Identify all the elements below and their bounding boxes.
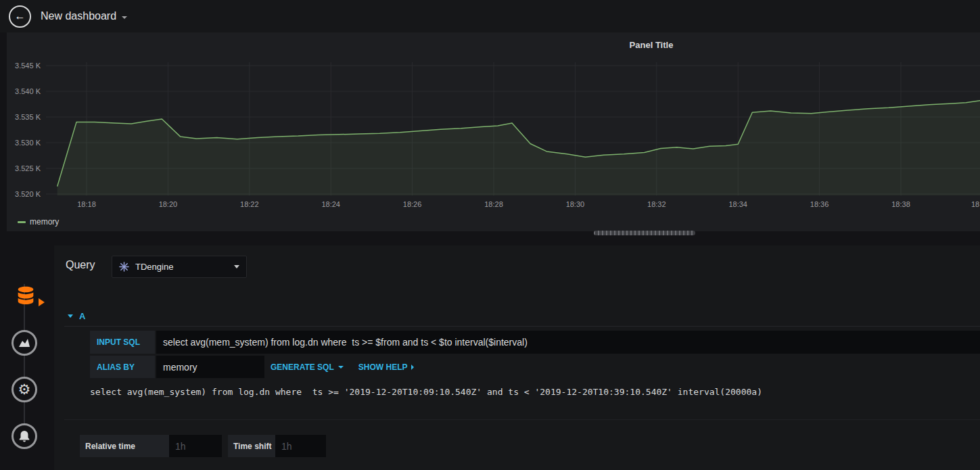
dashboard-title: New dashboard xyxy=(41,10,116,22)
tab-general-settings[interactable]: ⚙ xyxy=(11,377,37,402)
input-sql-field[interactable] xyxy=(156,331,980,354)
svg-text:18:34: 18:34 xyxy=(728,200,747,208)
chevron-down-icon xyxy=(68,314,73,318)
show-help-label: SHOW HELP xyxy=(358,362,408,372)
input-sql-label: INPUT SQL xyxy=(90,331,155,354)
svg-text:3.530 K: 3.530 K xyxy=(15,139,41,147)
dashboard-title-button[interactable]: New dashboard xyxy=(31,10,127,22)
datasource-name: TDengine xyxy=(135,262,173,272)
svg-text:18:38: 18:38 xyxy=(891,200,910,208)
chart-legend: memory xyxy=(18,217,59,227)
grafana-panel-edit-page: { "icons": { "back_arrow": "←", "gear": … xyxy=(0,0,980,470)
alias-by-row: ALIAS BY GENERATE SQL SHOW HELP xyxy=(90,356,414,378)
svg-text:18:32: 18:32 xyxy=(647,200,666,208)
top-bar: ← New dashboard xyxy=(0,0,980,32)
tab-queries[interactable] xyxy=(12,283,39,310)
generate-sql-button[interactable]: GENERATE SQL xyxy=(271,356,344,378)
svg-text:18: 18 xyxy=(971,200,979,208)
svg-text:18:30: 18:30 xyxy=(566,200,585,208)
svg-text:18:18: 18:18 xyxy=(77,200,96,208)
tdengine-logo-icon xyxy=(119,262,129,272)
chevron-right-icon xyxy=(411,365,414,370)
query-ref-collapse-row[interactable]: A xyxy=(64,306,980,327)
graph-panel: Panel Title 3.545 K3.540 K3.535 K3.530 K… xyxy=(7,32,980,231)
time-shift-label: Time shift xyxy=(228,435,275,457)
time-series-chart[interactable]: 3.545 K3.540 K3.535 K3.530 K3.525 K3.520… xyxy=(7,32,980,231)
query-editor-section: Query TDengine A INPUT SQL ALIAS BY GENE… xyxy=(54,245,980,470)
generated-sql-text: select avg(mem_system) from log.dn where… xyxy=(90,387,762,397)
datasource-picker[interactable]: TDengine xyxy=(112,256,247,278)
svg-text:3.540 K: 3.540 K xyxy=(15,87,41,95)
back-button[interactable]: ← xyxy=(9,5,31,28)
time-shift-field[interactable] xyxy=(275,435,326,457)
time-options-row: Relative time Time shift xyxy=(80,435,326,457)
area-chart-icon xyxy=(18,336,31,350)
horizontal-scrollbar-thumb[interactable] xyxy=(594,231,695,235)
gear-icon: ⚙ xyxy=(18,382,31,396)
svg-text:3.520 K: 3.520 K xyxy=(15,190,41,198)
tab-alert[interactable] xyxy=(11,423,37,449)
svg-text:18:26: 18:26 xyxy=(403,200,422,208)
relative-time-label: Relative time xyxy=(80,435,169,457)
chevron-down-icon xyxy=(338,366,344,369)
show-help-button[interactable]: SHOW HELP xyxy=(358,356,415,378)
arrow-left-icon: ← xyxy=(15,11,26,22)
chevron-down-icon xyxy=(234,265,239,268)
tab-visualization[interactable] xyxy=(11,330,37,356)
relative-time-field[interactable] xyxy=(169,435,222,457)
generate-sql-label: GENERATE SQL xyxy=(271,362,334,372)
chevron-down-icon xyxy=(122,16,127,19)
svg-text:18:22: 18:22 xyxy=(240,200,259,208)
svg-text:18:28: 18:28 xyxy=(484,200,503,208)
svg-text:3.545 K: 3.545 K xyxy=(15,62,41,70)
svg-text:3.535 K: 3.535 K xyxy=(15,113,41,121)
svg-text:3.525 K: 3.525 K xyxy=(15,164,41,172)
active-tab-arrow-icon xyxy=(39,298,45,306)
svg-text:18:36: 18:36 xyxy=(810,200,829,208)
svg-text:18:20: 18:20 xyxy=(159,200,178,208)
query-section-heading: Query xyxy=(66,259,95,271)
alias-by-label: ALIAS BY xyxy=(90,356,155,378)
legend-series-label[interactable]: memory xyxy=(30,217,59,227)
alias-by-field[interactable] xyxy=(156,356,264,378)
section-divider xyxy=(64,419,980,420)
svg-text:18:24: 18:24 xyxy=(321,200,340,208)
input-sql-row: INPUT SQL xyxy=(90,331,980,354)
legend-color-swatch xyxy=(18,221,26,223)
bell-icon xyxy=(18,429,31,443)
query-ref-id: A xyxy=(79,311,85,321)
database-icon xyxy=(14,285,37,308)
